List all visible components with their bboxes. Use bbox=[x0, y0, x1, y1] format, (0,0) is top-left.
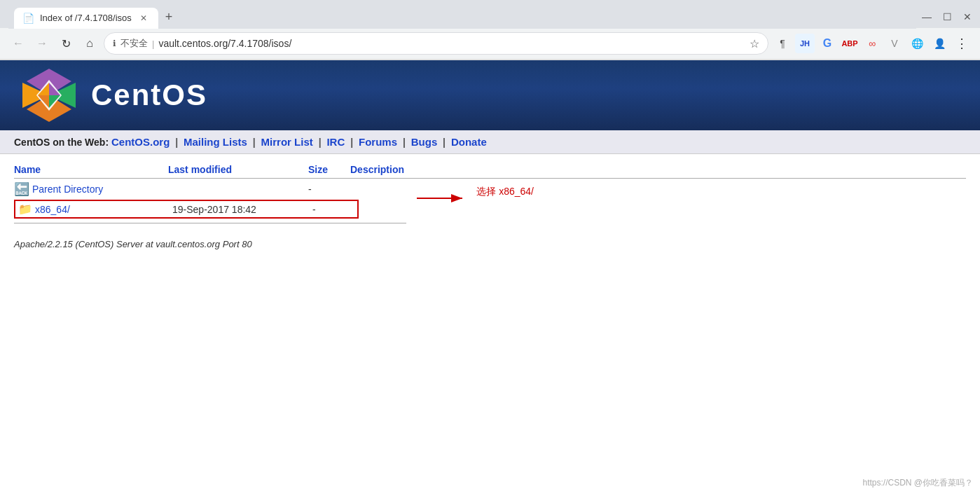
centos-banner: CentOS bbox=[0, 60, 980, 130]
browser-toolbar: ← → ↻ ⌂ ℹ 不安全 | vault.centos.org/7.4.170… bbox=[0, 28, 980, 60]
navbar-pipe-3: | bbox=[319, 137, 324, 148]
forward-button[interactable]: → bbox=[32, 34, 52, 53]
browser-chrome: 📄 Index of /7.4.1708/isos ✕ + — ☐ ✕ ← → … bbox=[0, 0, 980, 60]
server-info: Apache/2.2.15 (CentOS) Server at vault.c… bbox=[0, 235, 980, 254]
security-icon: ℹ bbox=[113, 39, 116, 48]
column-headers: Name Last modified Size Description bbox=[14, 161, 966, 179]
nav-link-irc[interactable]: IRC bbox=[326, 136, 345, 148]
nav-link-bugs[interactable]: Bugs bbox=[411, 136, 438, 148]
address-bar[interactable]: ℹ 不安全 | vault.centos.org/7.4.1708/isos/ … bbox=[104, 32, 768, 55]
tab-favicon: 📄 bbox=[22, 13, 34, 24]
minimize-button[interactable]: — bbox=[922, 12, 932, 22]
x86-64-size: - bbox=[312, 204, 354, 215]
x86-64-modified: 19-Sep-2017 18:42 bbox=[172, 204, 312, 215]
annotation-container: 选择 x86_64/ bbox=[476, 186, 534, 198]
centos-navbar: CentOS on the Web: CentOS.org | Mailing … bbox=[0, 130, 980, 154]
folder-icon: 📁 bbox=[18, 202, 32, 216]
parent-dir-size: - bbox=[308, 184, 350, 195]
globe-extension[interactable]: 🌐 bbox=[907, 34, 927, 53]
server-info-text: Apache/2.2.15 (CentOS) Server at vault.c… bbox=[14, 239, 252, 249]
tab-bar: 📄 Index of /7.4.1708/isos ✕ + bbox=[8, 6, 916, 29]
new-tab-button[interactable]: + bbox=[158, 6, 180, 29]
file-listing: Name Last modified Size Description 🔙 Pa… bbox=[0, 154, 980, 235]
parent-dir-link[interactable]: Parent Directory bbox=[32, 184, 103, 195]
nav-link-centos-org[interactable]: CentOS.org bbox=[111, 136, 170, 148]
active-tab[interactable]: 📄 Index of /7.4.1708/isos ✕ bbox=[14, 8, 158, 29]
x86-64-name-cell: 📁 x86_64/ bbox=[18, 202, 172, 216]
navbar-pipe-2: | bbox=[253, 137, 258, 148]
column-header-modified[interactable]: Last modified bbox=[168, 164, 308, 175]
refresh-button[interactable]: ↻ bbox=[56, 34, 76, 53]
chrome-menu-button[interactable]: ⋮ bbox=[952, 34, 972, 53]
navbar-prefix: CentOS on the Web: bbox=[14, 137, 109, 148]
centos-logo-svg bbox=[21, 67, 77, 123]
x86-64-row-wrapper: 📁 x86_64/ 19-Sep-2017 18:42 - 选择 x86_64/ bbox=[14, 200, 359, 219]
centos-wordmark: CentOS bbox=[91, 78, 207, 112]
address-separator: | bbox=[152, 39, 154, 49]
inf-extension[interactable]: ∞ bbox=[862, 34, 882, 53]
google-extension[interactable]: G bbox=[817, 34, 837, 53]
column-header-name[interactable]: Name bbox=[14, 164, 168, 175]
paragraph-extension[interactable]: ¶ bbox=[773, 34, 792, 53]
nav-link-forums[interactable]: Forums bbox=[359, 136, 397, 148]
toolbar-extensions: ¶ JH G ABP ∞ V 🌐 👤 ⋮ bbox=[773, 34, 972, 53]
parent-dir-icon: 🔙 bbox=[14, 181, 29, 197]
tab-close-button[interactable]: ✕ bbox=[137, 12, 150, 25]
url-text[interactable]: vault.centos.org/7.4.1708/isos/ bbox=[158, 38, 745, 49]
page-content: CentOS CentOS on the Web: CentOS.org | M… bbox=[0, 60, 980, 467]
navbar-pipe-4: | bbox=[350, 137, 356, 148]
maximize-button[interactable]: ☐ bbox=[943, 12, 952, 22]
listing-divider bbox=[14, 223, 406, 223]
abp-extension[interactable]: ABP bbox=[840, 34, 860, 53]
nav-link-mailing-lists[interactable]: Mailing Lists bbox=[184, 136, 247, 148]
x86-64-highlighted-row: 📁 x86_64/ 19-Sep-2017 18:42 - bbox=[14, 200, 359, 219]
account-button[interactable]: 👤 bbox=[930, 34, 949, 53]
column-header-size[interactable]: Size bbox=[308, 164, 350, 175]
annotation-arrow-svg bbox=[413, 191, 469, 212]
bookmark-icon[interactable]: ☆ bbox=[750, 37, 759, 50]
navbar-pipe-5: | bbox=[403, 137, 408, 148]
jh-extension[interactable]: JH bbox=[795, 34, 815, 53]
navbar-pipe-1: | bbox=[175, 137, 181, 148]
tab-title: Index of /7.4.1708/isos bbox=[40, 13, 132, 23]
close-button[interactable]: ✕ bbox=[963, 12, 972, 22]
navbar-pipe-6: | bbox=[443, 137, 448, 148]
window-controls: — ☐ ✕ bbox=[922, 12, 972, 22]
nav-link-mirror-list[interactable]: Mirror List bbox=[261, 136, 313, 148]
back-button[interactable]: ← bbox=[8, 34, 28, 53]
home-button[interactable]: ⌂ bbox=[80, 34, 99, 53]
x86-64-link[interactable]: x86_64/ bbox=[35, 204, 70, 215]
nav-link-donate[interactable]: Donate bbox=[451, 136, 487, 148]
v-extension[interactable]: V bbox=[885, 34, 904, 53]
annotation-text: 选择 x86_64/ bbox=[476, 186, 534, 198]
security-text: 不安全 bbox=[120, 37, 148, 50]
title-bar: 📄 Index of /7.4.1708/isos ✕ + — ☐ ✕ bbox=[0, 0, 980, 28]
parent-dir-name-cell: 🔙 Parent Directory bbox=[14, 181, 168, 197]
column-header-description[interactable]: Description bbox=[350, 164, 404, 175]
